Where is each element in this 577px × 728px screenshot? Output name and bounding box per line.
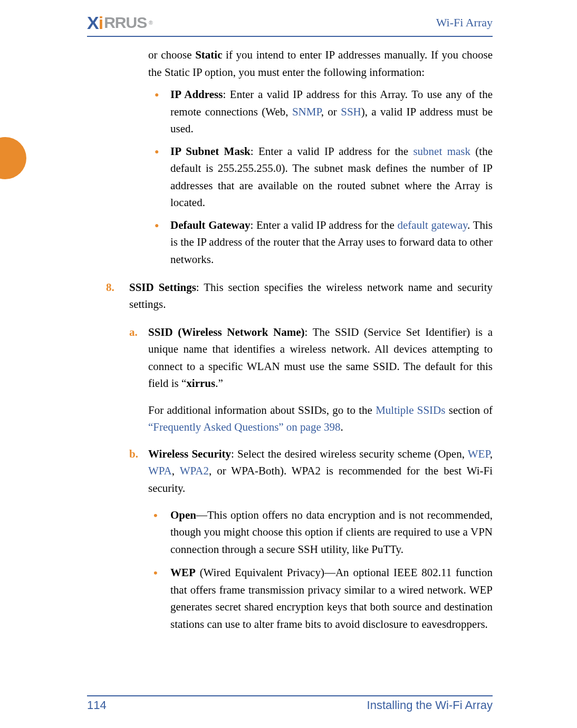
step-8: 8. SSID Settings: This section specifies… bbox=[87, 279, 493, 313]
footer-section: Installing the Wi-Fi Array bbox=[367, 698, 493, 712]
link-faq-page[interactable]: “Frequently Asked Questions” on page 398 bbox=[148, 421, 341, 433]
sub-a-ssid: a. SSID (Wireless Network Name): The SSI… bbox=[87, 324, 493, 436]
sub-text: , bbox=[172, 464, 180, 477]
bullet-label: IP Address bbox=[170, 88, 223, 101]
option-wep: • WEP (Wired Equivalent Privacy)—An opti… bbox=[87, 564, 493, 633]
header-title: Wi-Fi Array bbox=[436, 16, 493, 30]
link-wep[interactable]: WEP bbox=[468, 448, 490, 460]
step-label: SSID Settings bbox=[129, 281, 196, 294]
option-label: Open bbox=[170, 509, 196, 521]
sub-bold: xirrus bbox=[186, 377, 215, 390]
intro-paragraph: or choose Static if you intend to enter … bbox=[148, 46, 493, 81]
sub-b-wireless-security: b. Wireless Security: Select the desired… bbox=[87, 445, 493, 497]
link-wpa2[interactable]: WPA2 bbox=[180, 464, 209, 477]
bullet-dot-icon: • bbox=[153, 507, 158, 525]
body-content: or choose Static if you intend to enter … bbox=[87, 46, 493, 690]
bullet-text: : Enter a valid IP address for the bbox=[250, 219, 397, 231]
page-header: XiRRUS® Wi-Fi Array bbox=[87, 12, 493, 37]
sub-a-para2: For additional information about SSIDs, … bbox=[148, 402, 493, 436]
sub-text: For additional information about SSIDs, … bbox=[148, 404, 376, 416]
option-open: • Open—This option offers no data encryp… bbox=[87, 507, 493, 558]
link-multiple-ssids[interactable]: Multiple SSIDs bbox=[376, 404, 445, 416]
bullet-label: IP Subnet Mask bbox=[170, 145, 251, 158]
sub-text: .” bbox=[215, 377, 223, 390]
link-subnet-mask[interactable]: subnet mask bbox=[413, 145, 470, 158]
side-tab bbox=[0, 137, 26, 179]
intro-bold: Static bbox=[195, 48, 222, 61]
bullet-dot-icon: • bbox=[153, 564, 158, 582]
option-body: —This option offers no data encryption a… bbox=[170, 509, 493, 556]
security-options: • Open—This option offers no data encryp… bbox=[87, 507, 493, 633]
sub-letter: b. bbox=[129, 445, 138, 463]
step-number: 8. bbox=[106, 279, 114, 296]
option-body: (Wired Equivalent Privacy)—An optional I… bbox=[170, 566, 493, 630]
sub-text: section of bbox=[445, 404, 493, 416]
bullet-text: : Enter a valid IP address for the bbox=[251, 145, 413, 158]
logo-reg-icon: ® bbox=[149, 20, 152, 26]
option-label: WEP bbox=[170, 566, 196, 579]
sub-text: : Select the desired wireless security s… bbox=[231, 448, 468, 460]
bullet-label: Default Gateway bbox=[170, 219, 250, 231]
static-ip-bullets: IP Address: Enter a valid IP address for… bbox=[148, 86, 493, 268]
bullet-text: , or bbox=[321, 105, 341, 118]
page-number: 114 bbox=[87, 698, 107, 712]
sub-text: , bbox=[490, 448, 493, 460]
sub-label: SSID (Wireless Network Name) bbox=[148, 326, 305, 338]
bullet-default-gateway: Default Gateway: Enter a valid IP addres… bbox=[148, 217, 493, 268]
bullet-ip-address: IP Address: Enter a valid IP address for… bbox=[148, 86, 493, 138]
logo: XiRRUS® bbox=[87, 13, 152, 33]
logo-x: X bbox=[87, 13, 99, 33]
sub-label: Wireless Security bbox=[148, 448, 231, 460]
link-ssh[interactable]: SSH bbox=[341, 105, 361, 118]
link-snmp[interactable]: SNMP bbox=[292, 105, 321, 118]
page-footer: 114 Installing the Wi-Fi Array bbox=[87, 695, 493, 712]
intro-prefix: or choose bbox=[148, 48, 195, 61]
logo-text: RRUS bbox=[104, 14, 147, 32]
link-wpa[interactable]: WPA bbox=[148, 464, 172, 477]
sub-letter: a. bbox=[129, 324, 138, 341]
link-default-gateway[interactable]: default gateway bbox=[398, 219, 468, 231]
bullet-subnet-mask: IP Subnet Mask: Enter a valid IP address… bbox=[148, 143, 493, 211]
sub-text: . bbox=[341, 421, 343, 433]
